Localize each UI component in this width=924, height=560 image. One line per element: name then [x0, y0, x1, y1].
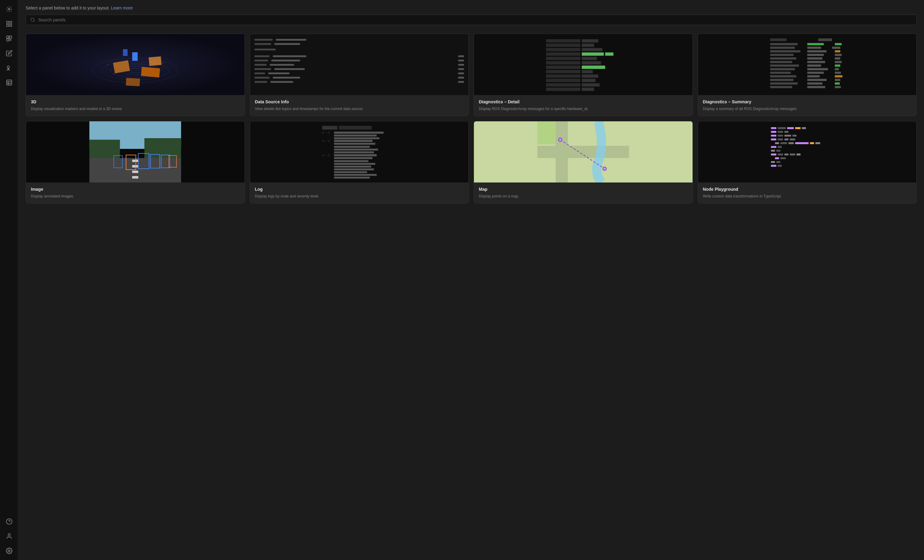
svg-rect-3: [6, 24, 8, 26]
svg-line-20: [34, 21, 34, 22]
panel-card-datasource[interactable]: Data Source Info View details like topic…: [250, 34, 469, 116]
svg-rect-83: [807, 64, 821, 67]
svg-rect-125: [334, 143, 375, 145]
svg-rect-56: [546, 79, 580, 82]
svg-rect-41: [546, 48, 580, 51]
sidebar-item-user[interactable]: [3, 530, 15, 542]
ds-row-9: [254, 77, 465, 79]
svg-rect-70: [770, 50, 800, 52]
svg-rect-137: [334, 174, 377, 176]
svg-rect-40: [582, 44, 594, 47]
svg-rect-47: [582, 57, 597, 60]
panel-desc-map: Display points on a map.: [479, 193, 688, 199]
sidebar-item-variable[interactable]: [3, 62, 15, 74]
search-input[interactable]: [38, 17, 912, 22]
svg-rect-30: [132, 52, 138, 61]
svg-point-35: [113, 73, 114, 74]
panel-desc-log: Display logs by node and severity level.: [255, 193, 464, 199]
svg-point-19: [31, 18, 34, 21]
svg-rect-107: [132, 160, 138, 162]
svg-rect-131: [334, 157, 372, 159]
svg-rect-4: [9, 24, 11, 26]
panel-preview-diag-detail: [474, 34, 693, 95]
sidebar-item-layout[interactable]: [3, 76, 15, 88]
svg-point-36: [135, 58, 135, 59]
instruction-text: Select a panel below to add it to your l…: [26, 6, 110, 10]
ds-row-1: [254, 39, 465, 40]
svg-rect-148: [771, 127, 776, 129]
main-content: Select a panel below to add it to your l…: [18, 0, 924, 560]
panel-title-map: Map: [479, 187, 688, 192]
svg-rect-133: [334, 163, 375, 165]
svg-rect-58: [546, 83, 580, 87]
sidebar-item-settings[interactable]: [3, 3, 15, 15]
svg-rect-177: [790, 153, 795, 155]
panel-card-node[interactable]: Node Playground Write custom data transf…: [698, 121, 917, 204]
svg-rect-52: [546, 70, 580, 73]
svg-rect-57: [582, 79, 596, 82]
panel-card-image[interactable]: Image Display annotated images.: [26, 121, 245, 204]
ds-row-6: [254, 64, 465, 66]
ds-row-7: [254, 68, 465, 70]
svg-rect-175: [777, 153, 783, 155]
panel-card-3d[interactable]: 3D Display visualization markers and mod…: [26, 34, 245, 116]
svg-rect-86: [807, 68, 828, 70]
svg-rect-110: [132, 176, 138, 178]
svg-rect-117: [322, 126, 337, 130]
panel-desc-diag-summary: Display a summary of all ROS DiagnosticA…: [703, 106, 912, 112]
panel-card-diag-detail[interactable]: Diagnostics – Detail Display ROS Diagnos…: [474, 34, 693, 116]
svg-rect-163: [790, 138, 795, 140]
svg-rect-82: [770, 64, 799, 67]
svg-rect-81: [835, 61, 842, 63]
svg-rect-69: [832, 47, 840, 49]
svg-rect-165: [780, 142, 787, 144]
sidebar-item-help[interactable]: [3, 515, 15, 528]
svg-rect-89: [807, 72, 824, 74]
svg-rect-141: [537, 146, 629, 158]
svg-rect-80: [807, 61, 825, 63]
svg-rect-169: [815, 142, 820, 144]
panel-preview-image: [26, 121, 244, 183]
panel-card-diag-summary[interactable]: Diagnostics – Summary Display a summary …: [698, 34, 917, 116]
svg-rect-170: [771, 146, 776, 148]
sidebar-item-add-panel[interactable]: [3, 32, 15, 45]
svg-rect-95: [807, 79, 826, 81]
svg-rect-155: [784, 131, 788, 133]
svg-rect-136: [334, 171, 367, 173]
panel-card-map[interactable]: Map Display points on a map.: [474, 121, 693, 204]
svg-rect-96: [835, 79, 840, 81]
svg-rect-31: [123, 49, 128, 56]
svg-rect-84: [835, 64, 840, 67]
svg-rect-152: [802, 127, 806, 129]
learn-more-link[interactable]: Learn more: [111, 6, 133, 10]
panel-preview-node: [698, 121, 916, 183]
svg-rect-171: [777, 146, 782, 148]
sidebar-item-grid[interactable]: [3, 18, 15, 30]
panel-title-datasource: Data Source Info: [255, 99, 464, 104]
svg-text:[---]: [---]: [322, 139, 329, 142]
svg-point-32: [107, 64, 108, 65]
svg-rect-77: [807, 57, 822, 60]
svg-rect-160: [771, 138, 776, 140]
svg-rect-120: [334, 132, 383, 133]
search-bar[interactable]: [26, 15, 916, 25]
panel-info-log: Log Display logs by node and severity le…: [250, 183, 469, 203]
panel-card-log[interactable]: [---] [---] [---]: [250, 121, 469, 204]
svg-rect-126: [334, 146, 370, 148]
svg-rect-135: [334, 168, 374, 170]
svg-rect-153: [771, 131, 776, 133]
sidebar-item-edit[interactable]: [3, 47, 15, 59]
svg-rect-66: [835, 43, 842, 45]
svg-point-17: [8, 534, 10, 536]
svg-rect-55: [582, 74, 598, 78]
svg-rect-50: [546, 66, 580, 69]
sidebar-item-gear[interactable]: [3, 545, 15, 557]
svg-rect-26: [113, 60, 130, 73]
panel-title-3d: 3D: [31, 99, 240, 104]
svg-rect-65: [807, 43, 824, 45]
panel-preview-map: [474, 121, 693, 183]
svg-rect-27: [141, 67, 160, 77]
panel-desc-node: Write custom data transformations in Typ…: [703, 193, 912, 199]
search-icon: [30, 17, 35, 22]
svg-rect-59: [582, 83, 600, 87]
